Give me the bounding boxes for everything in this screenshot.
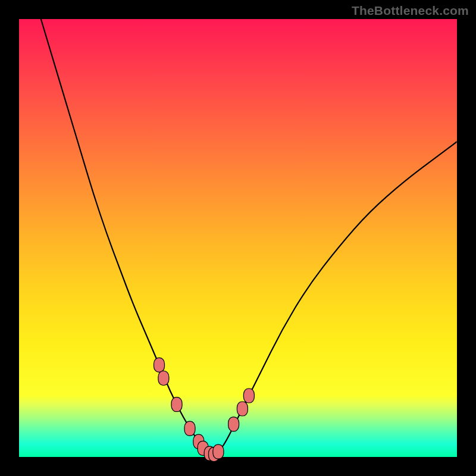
curve-marker <box>184 421 195 436</box>
curve-marker <box>154 358 165 372</box>
curve-marker <box>228 417 239 431</box>
curve-marker <box>171 397 182 412</box>
curve-marker <box>237 402 248 416</box>
curve-marker <box>158 371 169 386</box>
curve-marker <box>243 389 254 403</box>
watermark-text: TheBottleneck.com <box>352 4 469 18</box>
chart-frame: TheBottleneck.com <box>0 0 476 476</box>
marker-group <box>154 358 255 461</box>
curve-layer <box>19 19 457 457</box>
curve-marker <box>213 444 224 459</box>
